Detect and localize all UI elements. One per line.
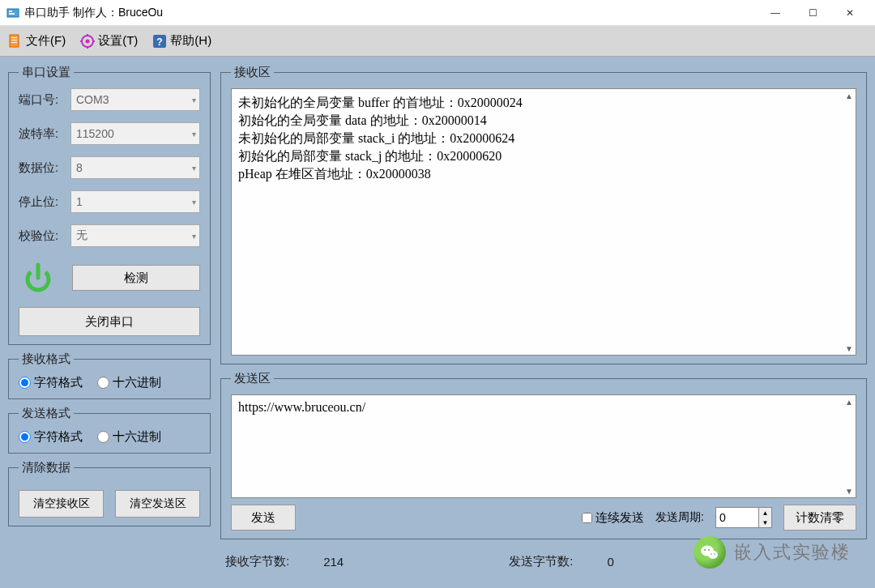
chevron-down-icon: ▾ [192,198,196,207]
help-icon: ? [152,34,167,49]
chevron-down-icon: ▾ [192,164,196,173]
menu-help[interactable]: ? 帮助(H) [152,33,211,49]
window-controls: — ☐ ✕ [757,2,869,24]
left-column: 串口设置 端口号: COM3▾ 波特率: 115200▾ 数据位: 8▾ 停止位… [8,65,211,580]
detect-button[interactable]: 检测 [72,265,200,291]
serial-settings-group: 串口设置 端口号: COM3▾ 波特率: 115200▾ 数据位: 8▾ 停止位… [8,65,211,345]
clear-legend: 清除数据 [19,460,74,475]
scroll-down-icon[interactable]: ▼ [843,485,855,496]
stopbits-combo[interactable]: 1▾ [70,190,200,213]
close-button[interactable]: ✕ [831,2,869,24]
title-bar: 串口助手 制作人：BruceOu — ☐ ✕ [0,0,875,26]
clear-data-group: 清除数据 清空接收区 清空发送区 [8,460,211,526]
port-label: 端口号: [19,92,70,108]
close-port-button[interactable]: 关闭串口 [19,307,200,336]
port-combo[interactable]: COM3▾ [70,88,200,111]
recv-textbox[interactable]: 未初始化的全局变量 buffer 的首地址：0x20000024 初始化的全局变… [231,88,856,356]
reset-count-button[interactable]: 计数清零 [783,505,856,530]
chevron-down-icon: ▾ [192,96,196,104]
recv-format-hex[interactable]: 十六进制 [97,375,161,390]
baud-label: 波特率: [19,126,70,142]
scroll-up-icon[interactable]: ▲ [843,396,855,407]
svg-rect-4 [11,37,17,38]
window-title: 串口助手 制作人：BruceOu [24,6,757,20]
svg-point-8 [86,39,90,43]
databits-label: 数据位: [19,160,70,176]
svg-rect-3 [10,35,19,47]
right-column: 接收区 未初始化的全局变量 buffer 的首地址：0x20000024 初始化… [220,65,867,580]
chevron-down-icon: ▾ [192,232,196,241]
recv-format-char[interactable]: 字符格式 [19,375,83,390]
serial-legend: 串口设置 [19,65,74,80]
minimize-button[interactable]: — [757,2,794,24]
scroll-up-icon[interactable]: ▲ [843,90,855,101]
menu-settings[interactable]: 设置(T) [80,33,138,49]
recv-area-legend: 接收区 [231,65,274,80]
menu-bar: 文件(F) 设置(T) ? 帮助(H) [0,26,875,57]
send-area-group: 发送区 https://www.bruceou.cn/ ▲ ▼ 发送 连续发送 … [220,371,867,539]
recv-format-group: 接收格式 字符格式 十六进制 [8,352,211,399]
status-bar: 接收字节数: 214 发送字节数: 0 [220,546,867,569]
spinner-down-icon[interactable]: ▼ [758,518,771,527]
menu-file[interactable]: 文件(F) [8,33,66,49]
spinner-up-icon[interactable]: ▲ [758,508,771,518]
chevron-down-icon: ▾ [192,130,196,138]
power-button[interactable] [19,258,58,297]
maximize-button[interactable]: ☐ [794,2,831,24]
scroll-down-icon[interactable]: ▼ [843,343,855,354]
send-area-legend: 发送区 [231,371,274,386]
stopbits-label: 停止位: [19,194,70,210]
send-bytes-label: 发送字节数: [509,554,573,569]
file-icon [8,34,23,49]
databits-combo[interactable]: 8▾ [70,156,200,179]
send-bytes-value: 0 [607,555,613,569]
send-period-spinner[interactable]: 0 ▲▼ [715,507,772,528]
send-period-label: 发送周期: [655,510,704,525]
send-format-hex[interactable]: 十六进制 [97,429,161,445]
svg-rect-2 [9,13,15,15]
client-area: 串口设置 端口号: COM3▾ 波特率: 115200▾ 数据位: 8▾ 停止位… [0,57,875,588]
gear-icon [80,34,95,49]
recv-bytes-label: 接收字节数: [225,554,289,569]
power-icon [22,262,54,294]
svg-rect-5 [11,40,17,40]
clear-send-button[interactable]: 清空发送区 [115,490,200,518]
app-icon [6,6,19,19]
continuous-send-checkbox[interactable]: 连续发送 [582,510,644,526]
parity-label: 校验位: [19,228,70,244]
parity-combo[interactable]: 无▾ [70,224,200,247]
svg-rect-6 [11,42,17,43]
send-format-char[interactable]: 字符格式 [19,429,83,445]
send-button[interactable]: 发送 [231,505,296,530]
send-textbox[interactable]: https://www.bruceou.cn/ [231,394,856,498]
svg-text:?: ? [157,36,163,48]
send-format-group: 发送格式 字符格式 十六进制 [8,406,211,454]
svg-rect-1 [9,11,12,12]
baud-combo[interactable]: 115200▾ [70,122,200,145]
clear-recv-button[interactable]: 清空接收区 [19,490,104,518]
recv-format-legend: 接收格式 [19,352,74,367]
recv-bytes-value: 214 [323,555,344,569]
recv-area-group: 接收区 未初始化的全局变量 buffer 的首地址：0x20000024 初始化… [220,65,867,364]
send-format-legend: 发送格式 [19,406,74,421]
